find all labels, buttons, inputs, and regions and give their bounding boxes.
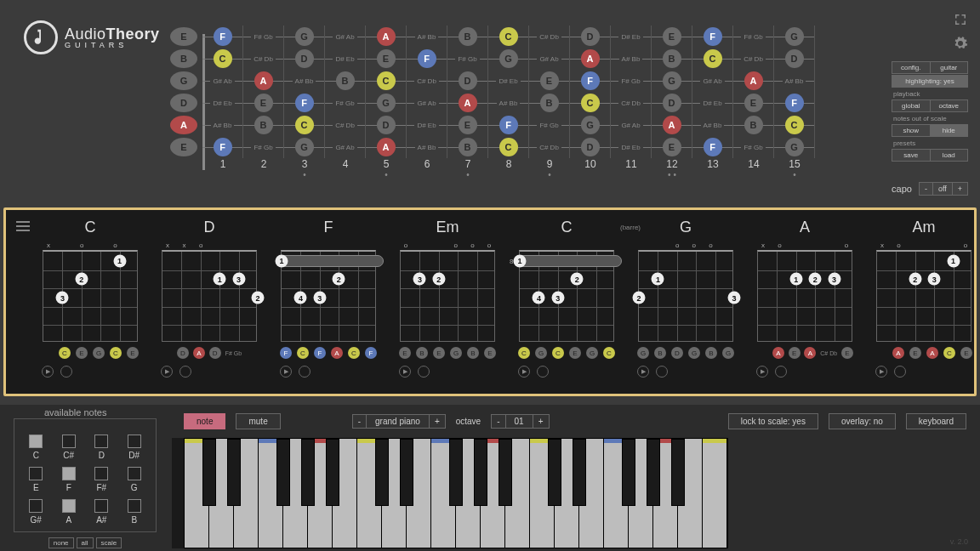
fret-cell[interactable]: D# Eb <box>202 92 243 114</box>
fret-cell[interactable]: D <box>284 48 325 70</box>
note-checkbox[interactable] <box>94 435 108 448</box>
chord-option-button[interactable] <box>179 366 191 378</box>
note-checkbox[interactable] <box>62 435 76 448</box>
lock-scale-toggle[interactable]: lock to scale: yes <box>728 413 818 429</box>
black-key[interactable] <box>227 439 242 506</box>
fret-cell[interactable]: F <box>202 136 243 158</box>
fret-note[interactable]: E <box>663 27 681 46</box>
fret-note[interactable]: F <box>499 116 518 134</box>
fret-note[interactable]: E <box>254 94 273 112</box>
note-checkbox[interactable] <box>62 499 76 513</box>
open-string-note[interactable]: D <box>170 94 197 112</box>
fret-cell[interactable]: C# Db <box>325 114 366 136</box>
fret-note[interactable]: A <box>581 49 600 68</box>
fret-cell[interactable]: F# Gb <box>733 26 774 48</box>
avail-none-button[interactable]: none <box>48 537 74 548</box>
fret-cell[interactable]: A# Bb <box>284 70 325 92</box>
fret-note[interactable]: A <box>459 94 477 112</box>
fret-note[interactable]: G <box>295 138 314 156</box>
preset-load-button[interactable]: load <box>931 149 969 162</box>
black-key[interactable] <box>449 439 464 506</box>
fret-note[interactable]: E <box>744 94 763 112</box>
fret-cell[interactable]: C <box>488 26 529 48</box>
fret-note[interactable]: A <box>377 27 396 46</box>
fret-cell[interactable]: B <box>529 92 570 114</box>
fret-cell[interactable]: B <box>243 114 284 136</box>
fret-cell[interactable]: G <box>488 48 529 70</box>
fret-cell[interactable]: G# Ab <box>611 114 652 136</box>
black-key[interactable] <box>276 439 291 506</box>
fret-cell[interactable]: F# Gb <box>447 48 488 70</box>
chord-grid[interactable]: 123 <box>638 250 733 342</box>
fret-cell[interactable]: D# Eb <box>325 48 366 70</box>
fret-cell[interactable]: C# Db <box>529 136 570 158</box>
chord-play-button[interactable]: ▶ <box>161 366 173 378</box>
fret-note[interactable]: F <box>704 27 722 46</box>
fret-cell[interactable]: F# Gb <box>529 114 570 136</box>
black-key[interactable] <box>647 439 661 506</box>
chord-grid[interactable]: 18234 <box>519 250 614 342</box>
fret-cell[interactable]: G <box>774 136 815 158</box>
fret-cell[interactable]: E <box>447 114 488 136</box>
fret-note[interactable]: F <box>214 138 232 156</box>
black-key[interactable] <box>400 439 414 506</box>
note-checkbox[interactable] <box>128 435 141 448</box>
fret-note[interactable]: C <box>295 116 314 134</box>
fret-note[interactable]: B <box>254 116 273 134</box>
chord-grid[interactable]: 123 <box>43 250 138 342</box>
chord-play-button[interactable]: ▶ <box>756 366 768 378</box>
open-string-note[interactable]: E <box>170 138 197 156</box>
fret-cell[interactable]: C <box>692 48 733 70</box>
fret-cell[interactable]: C# Db <box>243 48 284 70</box>
black-key[interactable] <box>474 439 488 506</box>
fret-note[interactable]: G <box>581 116 600 134</box>
fret-note[interactable]: F <box>581 71 600 90</box>
chord-option-button[interactable] <box>775 366 787 378</box>
fret-note[interactable]: C <box>785 116 804 134</box>
chord-option-button[interactable] <box>537 366 549 378</box>
fret-note[interactable]: D <box>377 116 396 134</box>
preset-save-button[interactable]: save <box>892 149 931 162</box>
fret-cell[interactable]: C# Db <box>733 48 774 70</box>
note-checkbox[interactable] <box>128 467 141 480</box>
fret-cell[interactable]: A# Bb <box>407 26 447 48</box>
capo-plus-button[interactable]: + <box>952 182 968 196</box>
fret-note[interactable]: C <box>581 94 600 112</box>
fret-cell[interactable]: F <box>774 92 815 114</box>
fret-cell[interactable]: G <box>652 70 692 92</box>
fret-cell[interactable]: A# Bb <box>692 114 733 136</box>
fret-cell[interactable]: A <box>366 26 407 48</box>
fret-note[interactable]: C <box>499 138 518 156</box>
oos-show-button[interactable]: show <box>892 124 931 137</box>
fret-cell[interactable]: G# Ab <box>407 92 447 114</box>
chord-option-button[interactable] <box>656 366 668 378</box>
fret-cell[interactable]: C <box>366 70 407 92</box>
fret-cell[interactable]: C <box>570 92 611 114</box>
fret-cell[interactable]: D# Eb <box>611 136 652 158</box>
fret-cell[interactable]: D# Eb <box>611 26 652 48</box>
fret-cell[interactable]: D <box>570 136 611 158</box>
playback-octave-button[interactable]: octave <box>931 99 969 112</box>
chord-grid[interactable]: 23 <box>400 250 495 342</box>
fret-note[interactable]: D <box>663 94 681 112</box>
fret-cell[interactable]: D# Eb <box>488 70 529 92</box>
fret-cell[interactable]: A <box>733 70 774 92</box>
fret-cell[interactable]: F# Gb <box>243 26 284 48</box>
fret-cell[interactable]: C <box>774 114 815 136</box>
fret-note[interactable]: A <box>744 71 763 90</box>
avail-scale-button[interactable]: scale <box>96 537 122 548</box>
fret-note[interactable]: D <box>295 49 314 68</box>
fret-note[interactable]: E <box>459 116 477 134</box>
white-key[interactable] <box>703 439 727 548</box>
fret-note[interactable]: A <box>663 116 681 134</box>
fret-cell[interactable]: C# Db <box>611 92 652 114</box>
fret-cell[interactable]: G <box>570 114 611 136</box>
fret-note[interactable]: G <box>295 27 314 46</box>
chord-option-button[interactable] <box>299 366 311 378</box>
chord-play-button[interactable]: ▶ <box>518 366 530 378</box>
black-key[interactable] <box>301 439 316 506</box>
fret-cell[interactable]: F# Gb <box>325 92 366 114</box>
fret-note[interactable]: G <box>785 27 804 46</box>
open-string-note[interactable]: A <box>170 116 197 134</box>
fret-cell[interactable]: G# Ab <box>692 70 733 92</box>
